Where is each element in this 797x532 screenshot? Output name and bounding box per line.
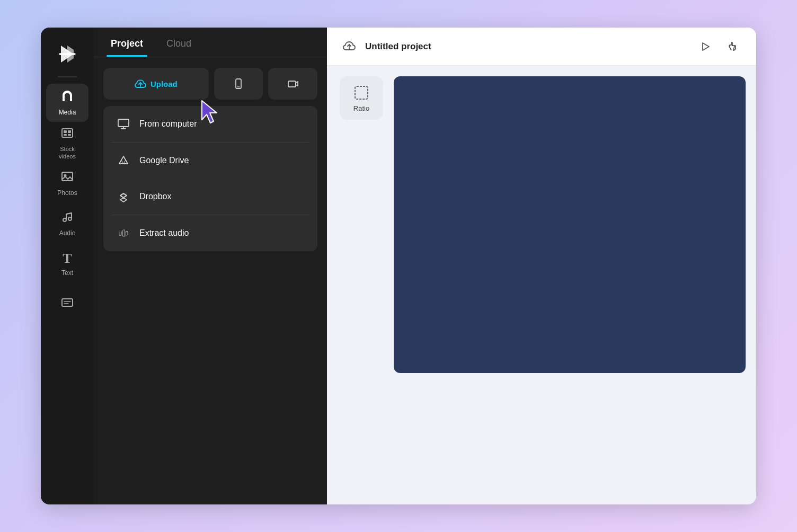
svg-rect-5: [68, 130, 71, 133]
stock-videos-label: Stockvideos: [59, 146, 76, 159]
ratio-label: Ratio: [353, 104, 369, 112]
sidebar-item-audio[interactable]: Audio: [46, 205, 88, 243]
captions-icon: [60, 296, 74, 313]
from-computer-label: From computer: [139, 119, 197, 129]
google-drive-icon: [116, 154, 131, 167]
sidebar-item-stock-videos[interactable]: Stockvideos: [46, 124, 88, 162]
project-title: Untitled project: [365, 41, 688, 52]
svg-rect-12: [62, 299, 73, 306]
computer-icon: [116, 118, 131, 130]
camera-button[interactable]: [268, 68, 317, 100]
ratio-icon: [353, 84, 370, 101]
tab-underline: [107, 55, 147, 57]
svg-rect-2: [70, 98, 72, 101]
upload-cloud-icon: [135, 78, 146, 90]
tab-project[interactable]: Project: [107, 38, 147, 57]
dropdown-item-dropbox[interactable]: Dropbox: [103, 179, 317, 215]
phone-icon: [233, 78, 244, 90]
hand-icon: [727, 41, 739, 52]
svg-rect-22: [119, 232, 121, 235]
tab-cloud[interactable]: Cloud: [162, 38, 196, 57]
panel-content: Upload: [94, 57, 327, 262]
svg-rect-24: [126, 232, 128, 235]
play-icon: [699, 41, 711, 52]
upload-row: Upload: [103, 68, 317, 100]
svg-rect-4: [64, 130, 67, 133]
sidebar-item-media[interactable]: Media: [46, 84, 88, 122]
sidebar-item-photos[interactable]: Photos: [46, 164, 88, 202]
canvas-area: Ratio: [327, 66, 756, 504]
main-area: Untitled project: [327, 28, 756, 504]
extract-audio-label: Extract audio: [139, 228, 189, 238]
main-header: Untitled project: [327, 28, 756, 66]
upload-label: Upload: [150, 79, 178, 88]
panel-tabs: Project Cloud: [94, 28, 327, 57]
svg-rect-18: [288, 81, 296, 87]
dropbox-label: Dropbox: [139, 192, 171, 201]
phone-button[interactable]: [214, 68, 263, 100]
ratio-button[interactable]: Ratio: [340, 76, 383, 120]
svg-rect-6: [64, 134, 67, 136]
text-icon: T: [63, 251, 72, 267]
header-cloud-icon: [340, 37, 359, 56]
sidebar: Media Stockvideos: [41, 28, 94, 504]
app-logo: [54, 40, 81, 68]
photos-label: Photos: [57, 189, 77, 197]
dropdown-item-google-drive[interactable]: Google Drive: [103, 143, 317, 179]
dropdown-menu: From computer Google Drive: [103, 106, 317, 251]
text-label: Text: [61, 269, 73, 277]
dropdown-item-extract-audio[interactable]: Extract audio: [103, 215, 317, 251]
audio-icon: [60, 210, 74, 227]
stock-videos-icon: [60, 126, 74, 143]
google-drive-label: Google Drive: [139, 156, 189, 165]
video-preview: NY: [394, 76, 746, 373]
svg-rect-3: [62, 129, 73, 137]
upload-button[interactable]: Upload: [103, 68, 209, 100]
svg-rect-8: [62, 172, 73, 181]
sidebar-item-text[interactable]: T Text: [46, 245, 88, 283]
media-label: Media: [59, 109, 76, 116]
camera-icon: [287, 78, 299, 90]
audio-label: Audio: [59, 229, 76, 237]
svg-rect-7: [68, 134, 71, 136]
app-container: Media Stockvideos: [41, 28, 756, 504]
header-actions: [695, 36, 743, 57]
dropdown-item-from-computer[interactable]: From computer: [103, 106, 317, 142]
dropbox-icon: [116, 190, 131, 203]
panel: Project Cloud Upload: [94, 28, 327, 504]
sidebar-item-captions[interactable]: [46, 285, 88, 323]
hand-tool-button[interactable]: [722, 36, 743, 57]
play-button[interactable]: [695, 36, 716, 57]
svg-rect-26: [355, 86, 368, 99]
ratio-panel: Ratio: [338, 76, 385, 120]
sidebar-divider: [58, 76, 77, 77]
svg-rect-1: [63, 98, 65, 101]
photos-icon: [60, 170, 74, 187]
media-icon: [60, 89, 74, 106]
svg-rect-23: [122, 230, 125, 236]
extract-audio-icon: [116, 227, 131, 240]
svg-rect-19: [118, 119, 129, 127]
